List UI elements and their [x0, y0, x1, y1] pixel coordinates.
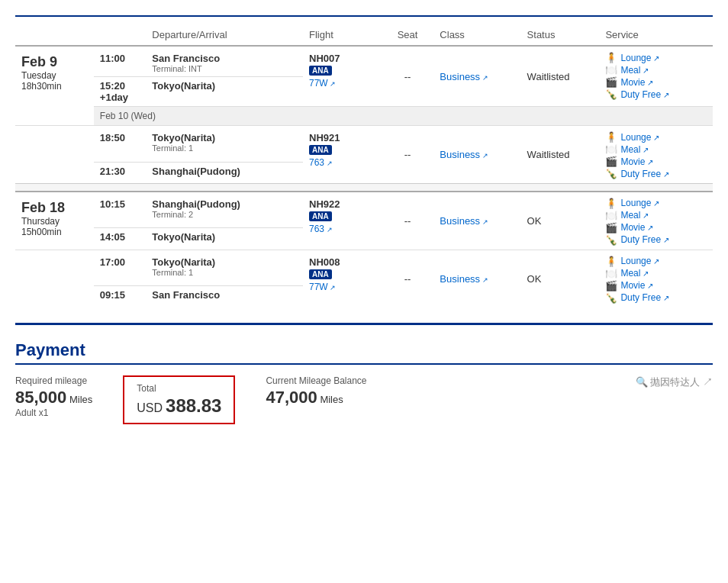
- table-row: Feb 9 Tuesday 18h30min 11:00 San Francis…: [15, 46, 713, 77]
- class-cell: Business: [433, 250, 520, 308]
- itinerary-table: Departure/Arrival Flight Seat Class Stat…: [15, 24, 713, 308]
- service-item-lounge[interactable]: 🧍Lounge: [605, 52, 707, 63]
- date-day: Feb 18: [21, 200, 88, 216]
- service-item-movie[interactable]: 🎬Movie: [605, 156, 707, 167]
- service-link-meal[interactable]: Meal: [620, 144, 649, 155]
- sub-header-cell: Feb 10 (Wed): [94, 107, 713, 126]
- balance-value: 47,000: [266, 388, 317, 407]
- service-link-movie[interactable]: Movie: [620, 222, 653, 233]
- flight-cell: NH008 ANA 77W: [303, 250, 382, 308]
- service-link-movie[interactable]: Movie: [620, 156, 653, 167]
- service-link-lounge[interactable]: Lounge: [620, 132, 659, 143]
- class-link[interactable]: Business: [440, 71, 488, 82]
- service-item-duty-free[interactable]: 🍾Duty Free: [605, 234, 707, 246]
- service-item-duty-free[interactable]: 🍾Duty Free: [605, 89, 707, 100]
- service-icon-lounge: 🧍: [605, 198, 617, 209]
- class-link[interactable]: Business: [440, 149, 488, 160]
- ana-logo: ANA: [309, 269, 332, 279]
- service-icon-meal: 🍽️: [605, 143, 617, 155]
- service-item-meal[interactable]: 🍽️Meal: [605, 64, 707, 76]
- service-link-lounge[interactable]: Lounge: [620, 198, 659, 208]
- service-cell: 🧍Lounge🍽️Meal🎬Movie🍾Duty Free: [599, 126, 713, 184]
- service-icon-meal: 🍽️: [605, 64, 617, 76]
- watermark-text: 🔍 抛因特达人 ↗: [636, 375, 713, 389]
- city-name: Tokyo(Narita): [152, 132, 297, 143]
- service-icon-movie: 🎬: [605, 76, 617, 88]
- service-icon-meal: 🍽️: [605, 210, 617, 221]
- aircraft-link[interactable]: 763: [309, 157, 333, 168]
- balance-unit: Miles: [320, 394, 343, 405]
- service-item-movie[interactable]: 🎬Movie: [605, 76, 707, 88]
- service-item-lounge[interactable]: 🧍Lounge: [605, 256, 707, 267]
- date-cell: Feb 18 Thursday 15h00min: [15, 192, 94, 250]
- service-item-movie[interactable]: 🎬Movie: [605, 280, 707, 292]
- status-cell: OK: [521, 192, 600, 250]
- service-link-meal[interactable]: Meal: [620, 268, 649, 279]
- service-icon-meal: 🍽️: [605, 268, 617, 279]
- service-item-meal[interactable]: 🍽️Meal: [605, 268, 707, 279]
- service-item-duty-free[interactable]: 🍾Duty Free: [605, 168, 707, 179]
- col-seat: Seat: [382, 24, 434, 46]
- service-link-duty-free[interactable]: Duty Free: [620, 292, 668, 303]
- service-link-lounge[interactable]: Lounge: [620, 256, 659, 266]
- service-link-lounge[interactable]: Lounge: [620, 53, 659, 63]
- section-divider: [15, 323, 713, 325]
- dep-time: 10:15: [94, 192, 147, 228]
- balance-item: Current Mileage Balance 47,000 Miles: [266, 375, 366, 407]
- balance-label: Current Mileage Balance: [266, 375, 366, 386]
- col-time: [94, 24, 147, 46]
- service-icon-movie: 🎬: [605, 156, 617, 167]
- service-link-duty-free[interactable]: Duty Free: [620, 169, 668, 179]
- service-icon-movie: 🎬: [605, 222, 617, 234]
- service-item-meal[interactable]: 🍽️Meal: [605, 143, 707, 155]
- service-icon-duty-free: 🍾: [605, 234, 617, 246]
- ana-logo: ANA: [309, 145, 332, 155]
- arr-time: 15:20 +1day: [94, 77, 147, 107]
- class-cell: Business: [433, 46, 520, 107]
- service-item-lounge[interactable]: 🧍Lounge: [605, 198, 707, 209]
- sub-header-empty: [15, 107, 94, 126]
- arr-city: Shanghai(Pudong): [146, 162, 303, 184]
- status-cell: OK: [521, 250, 600, 308]
- service-item-movie[interactable]: 🎬Movie: [605, 222, 707, 234]
- city-terminal: Terminal: 1: [152, 143, 297, 153]
- ana-logo: ANA: [309, 66, 332, 76]
- flight-number: NH921: [309, 132, 375, 143]
- service-item-meal[interactable]: 🍽️Meal: [605, 210, 707, 221]
- service-link-duty-free[interactable]: Duty Free: [620, 89, 668, 100]
- service-link-meal[interactable]: Meal: [620, 65, 649, 76]
- col-departure-arrival: Departure/Arrival: [146, 24, 303, 46]
- spacer-row: [15, 184, 713, 192]
- city-name: Tokyo(Narita): [152, 80, 297, 92]
- arr-time: 21:30: [94, 162, 147, 184]
- service-link-duty-free[interactable]: Duty Free: [620, 234, 668, 245]
- service-link-movie[interactable]: Movie: [620, 77, 653, 88]
- sub-header-row: Feb 10 (Wed): [15, 107, 713, 126]
- col-service: Service: [599, 24, 713, 46]
- aircraft-link[interactable]: 77W: [309, 78, 336, 89]
- service-item-lounge[interactable]: 🧍Lounge: [605, 131, 707, 143]
- balance-value-row: 47,000 Miles: [266, 388, 366, 407]
- flight-cell: NH921 ANA 763: [303, 126, 382, 184]
- dep-city: San Francisco Terminal: INT: [146, 46, 303, 77]
- total-label: Total: [137, 383, 221, 394]
- arr-city: Tokyo(Narita): [146, 77, 303, 107]
- service-item-duty-free[interactable]: 🍾Duty Free: [605, 292, 707, 304]
- class-link[interactable]: Business: [440, 273, 488, 285]
- service-link-movie[interactable]: Movie: [620, 280, 653, 291]
- col-flight: Flight: [303, 24, 382, 46]
- status-cell: Waitlisted: [521, 126, 600, 184]
- service-link-meal[interactable]: Meal: [620, 210, 649, 221]
- class-link[interactable]: Business: [440, 215, 488, 227]
- city-name: San Francisco: [152, 53, 297, 64]
- city-name: San Francisco: [152, 289, 297, 301]
- aircraft-link[interactable]: 763: [309, 224, 333, 234]
- service-icon-lounge: 🧍: [605, 52, 617, 63]
- service-icon-duty-free: 🍾: [605, 292, 617, 304]
- table-row: 18:50 Tokyo(Narita) Terminal: 1 NH921 AN…: [15, 126, 713, 163]
- aircraft-link[interactable]: 77W: [309, 282, 336, 292]
- total-value: USD388.83: [137, 395, 221, 417]
- city-name: Tokyo(Narita): [152, 256, 297, 268]
- dep-city: Tokyo(Narita) Terminal: 1: [146, 126, 303, 163]
- adult-label: Adult x1: [15, 407, 92, 418]
